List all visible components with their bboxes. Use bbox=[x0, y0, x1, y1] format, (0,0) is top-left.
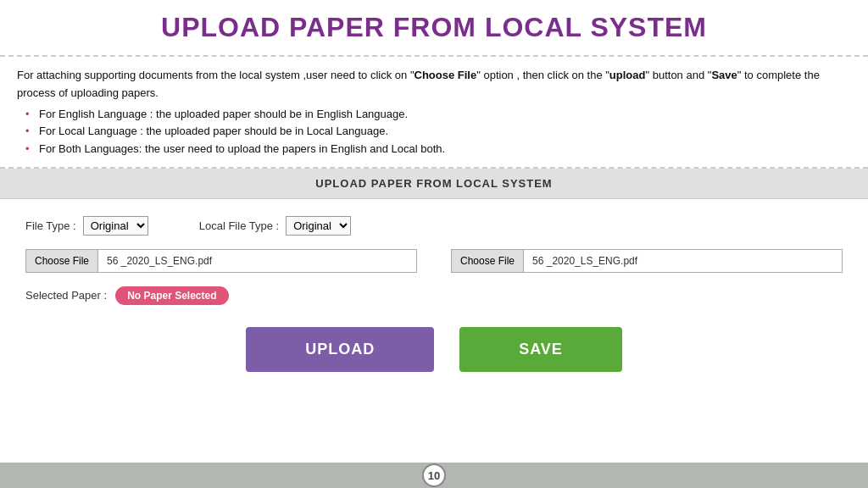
instruction-item-3: For Both Languages: the user need to upl… bbox=[25, 141, 851, 158]
file-type-row: File Type : Original Revised Local File … bbox=[25, 216, 843, 236]
choose-file-strong: Choose File bbox=[415, 69, 477, 81]
instruction-item-1: For English Language : the uploaded pape… bbox=[25, 106, 851, 124]
save-strong: Save bbox=[711, 69, 737, 81]
file-type-label: File Type : bbox=[25, 219, 76, 232]
local-file-type-select[interactable]: Original Revised bbox=[286, 216, 351, 236]
file-input-group-1: Choose File 56 _2020_LS_ENG.pdf bbox=[25, 249, 417, 273]
instructions-list: For English Language : the uploaded pape… bbox=[17, 106, 851, 158]
no-paper-badge: No Paper Selected bbox=[115, 286, 228, 305]
file-name-display-2: 56 _2020_LS_ENG.pdf bbox=[524, 250, 842, 272]
section-title-bar: UPLOAD PAPER FROM LOCAL SYSTEM bbox=[0, 169, 868, 199]
file-type-select[interactable]: Original Revised bbox=[83, 216, 148, 236]
local-file-type-label: Local File Type : bbox=[199, 219, 279, 232]
file-input-row: Choose File 56 _2020_LS_ENG.pdf Choose F… bbox=[25, 249, 843, 273]
page-number: 10 bbox=[422, 463, 446, 487]
upload-strong: upload bbox=[609, 69, 646, 81]
local-file-type-group: Local File Type : Original Revised bbox=[199, 216, 351, 236]
save-button[interactable]: SAVE bbox=[459, 327, 622, 372]
page-footer: 10 bbox=[0, 463, 868, 488]
choose-file-button-1[interactable]: Choose File bbox=[26, 250, 98, 272]
choose-file-button-2[interactable]: Choose File bbox=[452, 250, 524, 272]
file-name-display-1: 56 _2020_LS_ENG.pdf bbox=[98, 250, 416, 272]
instructions-section: For attaching supporting documents from … bbox=[0, 57, 868, 169]
file-input-group-2: Choose File 56 _2020_LS_ENG.pdf bbox=[451, 249, 843, 273]
upload-button[interactable]: UPLOAD bbox=[246, 327, 434, 372]
page-title: UPLOAD PAPER FROM LOCAL SYSTEM bbox=[161, 12, 707, 42]
instructions-intro: For attaching supporting documents from … bbox=[17, 67, 851, 103]
selected-paper-label: Selected Paper : bbox=[25, 289, 107, 302]
action-buttons: UPLOAD SAVE bbox=[25, 319, 843, 376]
section-title-text: UPLOAD PAPER FROM LOCAL SYSTEM bbox=[315, 177, 552, 190]
main-content: File Type : Original Revised Local File … bbox=[0, 199, 868, 463]
selected-paper-row: Selected Paper : No Paper Selected bbox=[25, 286, 843, 305]
file-type-group: File Type : Original Revised bbox=[25, 216, 148, 236]
page-header: UPLOAD PAPER FROM LOCAL SYSTEM bbox=[0, 0, 868, 57]
instruction-item-2: For Local Language : the uploaded paper … bbox=[25, 123, 851, 141]
